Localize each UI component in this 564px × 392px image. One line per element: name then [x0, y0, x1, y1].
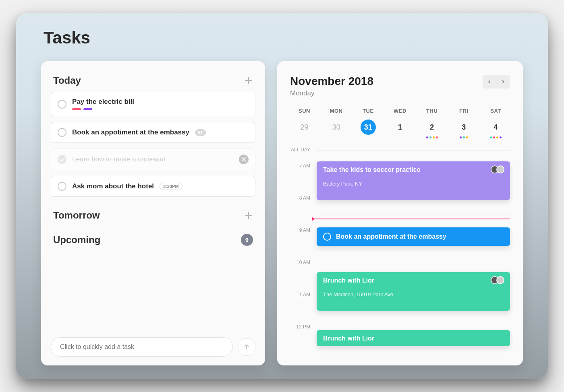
- dates-row: 29 30 31 1 2 3 4: [287, 120, 513, 138]
- upcoming-count-badge: 9: [241, 234, 253, 246]
- dow-label: SAT: [481, 108, 510, 114]
- event-avatars: [493, 276, 504, 284]
- event-dot-icon: [429, 136, 431, 138]
- tomorrow-title: Tomorrow: [53, 210, 100, 221]
- tag-color-icon: [72, 108, 81, 110]
- date-cell[interactable]: 29: [290, 120, 319, 138]
- chevron-right-icon: [500, 79, 506, 85]
- task-time-pill: 3:30PM: [160, 183, 182, 190]
- event-location: Battery Park, NY: [323, 181, 504, 187]
- day-of-week-row: SUN MON TUE WED THU FRI SAT: [287, 108, 513, 114]
- date-number: 31: [361, 120, 376, 135]
- dow-label: SUN: [290, 108, 319, 114]
- calendar-event[interactable]: Brunch with Lior The Madison, 15919 Park…: [317, 272, 510, 311]
- quick-add-row: [51, 330, 255, 357]
- quick-add-input-wrap[interactable]: [51, 337, 233, 357]
- task-item[interactable]: Learn how to make a croissant: [51, 149, 255, 170]
- event-dot-icon: [426, 136, 428, 138]
- current-time-indicator: [312, 219, 510, 219]
- tag-color-icon: [83, 108, 92, 110]
- hour-label: 10 AM: [287, 260, 310, 265]
- event-location: The Madison, 15919 Park Ave: [323, 291, 504, 297]
- calendar-nav: [483, 75, 510, 89]
- tomorrow-header: Tomorrow: [51, 210, 255, 227]
- event-title: Book an appotiment at the embassy: [336, 233, 446, 240]
- task-checkbox[interactable]: [58, 100, 66, 109]
- task-item[interactable]: Book an appotiment at the embassy ST: [51, 122, 255, 143]
- calendar-next-button[interactable]: [497, 76, 509, 88]
- date-number: 30: [329, 120, 344, 135]
- date-cell[interactable]: 1: [386, 120, 415, 138]
- date-cell[interactable]: 31: [354, 120, 382, 138]
- task-item[interactable]: Ask mom about the hotel 3:30PM: [51, 176, 255, 197]
- calendar-event[interactable]: Book an appotiment at the embassy: [317, 227, 510, 246]
- dow-label: MON: [322, 108, 350, 114]
- hour-label: 12 PM: [287, 324, 310, 330]
- page-title: Tasks: [44, 28, 90, 47]
- event-dot-icon: [496, 136, 498, 138]
- event-dots: [460, 136, 468, 138]
- calendar-timeline[interactable]: ALL DAY 7 AM 8 AM 9 AM 10 AM 11 AM 12 PM…: [287, 147, 513, 357]
- panels: Today Pay the electric bill Book an appo…: [41, 61, 523, 365]
- quick-add-input[interactable]: [60, 343, 224, 351]
- task-item[interactable]: Pay the electric bill: [51, 92, 255, 116]
- date-number: 29: [297, 120, 312, 135]
- quick-add-submit-button[interactable]: [238, 338, 255, 356]
- add-tomorrow-task-button[interactable]: [244, 211, 253, 220]
- upcoming-header: Upcoming 9: [51, 234, 255, 252]
- event-dot-icon: [490, 136, 492, 138]
- event-title: Take the kids to soccer practice: [323, 166, 504, 173]
- date-cell[interactable]: 4: [481, 120, 510, 138]
- arrow-up-icon: [243, 343, 250, 351]
- date-cell[interactable]: 30: [322, 120, 350, 138]
- event-dot-icon: [466, 136, 468, 138]
- calendar-prev-button[interactable]: [483, 76, 496, 88]
- date-cell[interactable]: 3: [450, 120, 478, 138]
- task-text: Ask mom about the hotel: [72, 182, 154, 190]
- calendar-subtitle: Monday: [290, 89, 373, 97]
- dow-label: WED: [386, 108, 415, 114]
- calendar-panel: November 2018 Monday SUN MON TUE WED T: [277, 61, 523, 365]
- calendar-event[interactable]: Brunch with Lior: [317, 330, 510, 346]
- event-dot-icon: [433, 136, 435, 138]
- task-text: Pay the electric bill: [72, 98, 134, 106]
- hour-label: 7 AM: [287, 163, 310, 169]
- calendar-event[interactable]: Take the kids to soccer practice Battery…: [317, 161, 510, 200]
- task-text: Book an appotiment at the embassy: [72, 128, 189, 136]
- event-title: Brunch with Lior: [323, 277, 504, 284]
- add-today-task-button[interactable]: [244, 76, 253, 85]
- today-header: Today: [51, 75, 255, 92]
- date-cell[interactable]: 2: [418, 120, 446, 138]
- task-text: Learn how to make a croissant: [72, 155, 166, 163]
- hour-label: 9 AM: [287, 227, 310, 233]
- date-number: 4: [488, 120, 504, 135]
- tasks-panel: Today Pay the electric bill Book an appo…: [41, 61, 265, 365]
- event-radio-icon: [323, 233, 331, 241]
- calendar-title: November 2018: [290, 75, 373, 88]
- task-checkbox[interactable]: [58, 155, 66, 164]
- divider: [317, 215, 510, 215]
- task-badge: ST: [195, 129, 206, 136]
- task-body: Pay the electric bill: [72, 98, 134, 110]
- event-dots: [490, 136, 502, 138]
- today-title: Today: [53, 75, 81, 86]
- calendar-header: November 2018 Monday: [287, 75, 513, 97]
- event-dot-icon: [500, 136, 502, 138]
- dow-label: FRI: [450, 108, 478, 114]
- task-checkbox[interactable]: [58, 182, 66, 191]
- event-dots: [426, 136, 438, 138]
- delete-task-button[interactable]: [239, 155, 249, 164]
- event-avatars: [493, 165, 504, 173]
- chevron-left-icon: [487, 79, 492, 85]
- date-number: 3: [456, 120, 471, 135]
- allday-label: ALL DAY: [287, 147, 310, 153]
- task-checkbox[interactable]: [58, 128, 66, 137]
- task-tags: [72, 108, 134, 110]
- divider: [317, 150, 510, 151]
- app-window: Tasks Today Pay the electric bill: [16, 13, 548, 379]
- event-dot-icon: [463, 136, 465, 138]
- event-dot-icon: [436, 136, 438, 138]
- dow-label: THU: [418, 108, 446, 114]
- avatar-icon: [496, 165, 504, 173]
- hour-label: 11 AM: [287, 292, 310, 297]
